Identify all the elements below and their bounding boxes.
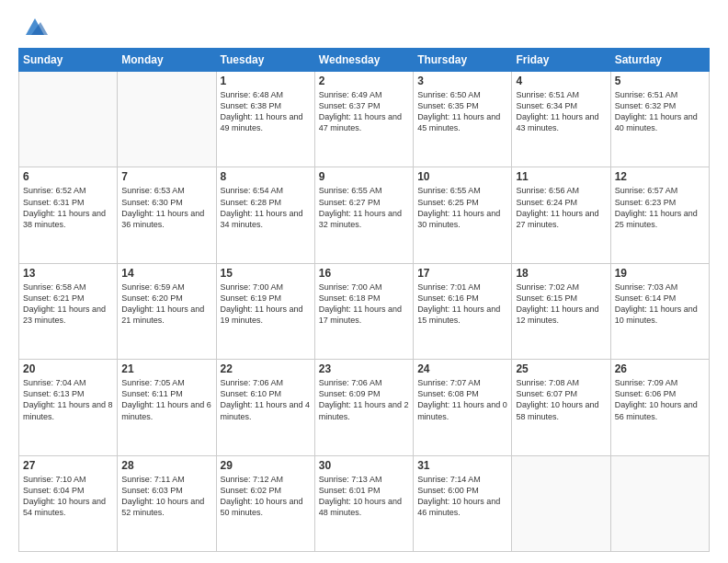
day-cell: 10Sunrise: 6:55 AMSunset: 6:25 PMDayligh… [414, 167, 512, 263]
day-number: 13 [23, 267, 113, 280]
day-cell: 25Sunrise: 7:08 AMSunset: 6:07 PMDayligh… [512, 360, 610, 455]
logo [18, 15, 48, 40]
day-number: 19 [615, 267, 705, 280]
cell-info: Sunrise: 7:11 AMSunset: 6:03 PMDaylight:… [121, 474, 211, 519]
day-cell: 15Sunrise: 7:00 AMSunset: 6:19 PMDayligh… [216, 263, 314, 359]
cell-info: Sunrise: 6:53 AMSunset: 6:30 PMDaylight:… [121, 185, 211, 230]
cell-info: Sunrise: 6:50 AMSunset: 6:35 PMDaylight:… [417, 89, 507, 134]
day-number: 9 [319, 170, 409, 183]
day-number: 27 [23, 459, 113, 472]
day-number: 1 [221, 75, 311, 87]
day-cell [19, 72, 118, 167]
day-cell: 5Sunrise: 6:51 AMSunset: 6:32 PMDaylight… [610, 72, 709, 167]
page: SundayMondayTuesdayWednesdayThursdayFrid… [0, 0, 728, 563]
day-cell: 27Sunrise: 7:10 AMSunset: 6:04 PMDayligh… [19, 455, 118, 551]
day-cell: 9Sunrise: 6:55 AMSunset: 6:27 PMDaylight… [314, 167, 413, 263]
cell-info: Sunrise: 7:09 AMSunset: 6:06 PMDaylight:… [615, 377, 705, 422]
cell-info: Sunrise: 7:10 AMSunset: 6:04 PMDaylight:… [23, 474, 113, 519]
header-row: SundayMondayTuesdayWednesdayThursdayFrid… [19, 49, 710, 72]
day-cell: 1Sunrise: 6:48 AMSunset: 6:38 PMDaylight… [216, 72, 314, 167]
cell-info: Sunrise: 7:14 AMSunset: 6:00 PMDaylight:… [417, 474, 507, 519]
day-number: 29 [221, 459, 311, 472]
day-cell: 7Sunrise: 6:53 AMSunset: 6:30 PMDaylight… [118, 167, 216, 263]
header-cell: Thursday [414, 49, 512, 72]
day-number: 22 [221, 362, 311, 375]
cell-info: Sunrise: 7:03 AMSunset: 6:14 PMDaylight:… [615, 282, 705, 327]
day-number: 10 [417, 170, 507, 183]
cell-info: Sunrise: 6:51 AMSunset: 6:34 PMDaylight:… [516, 89, 606, 134]
day-number: 7 [121, 170, 211, 183]
day-number: 28 [121, 459, 211, 472]
day-number: 18 [516, 267, 606, 280]
day-number: 16 [319, 267, 409, 280]
day-number: 26 [615, 362, 705, 375]
cell-info: Sunrise: 6:49 AMSunset: 6:37 PMDaylight:… [319, 89, 409, 134]
cell-info: Sunrise: 7:07 AMSunset: 6:08 PMDaylight:… [417, 377, 507, 422]
cell-info: Sunrise: 7:00 AMSunset: 6:19 PMDaylight:… [221, 282, 311, 327]
day-cell: 28Sunrise: 7:11 AMSunset: 6:03 PMDayligh… [118, 455, 216, 551]
cell-info: Sunrise: 6:58 AMSunset: 6:21 PMDaylight:… [23, 282, 113, 327]
week-row: 6Sunrise: 6:52 AMSunset: 6:31 PMDaylight… [19, 167, 710, 263]
day-number: 17 [417, 267, 507, 280]
day-cell: 4Sunrise: 6:51 AMSunset: 6:34 PMDaylight… [512, 72, 610, 167]
day-number: 6 [23, 170, 113, 183]
day-cell [512, 455, 610, 551]
day-number: 8 [221, 170, 311, 183]
cell-info: Sunrise: 6:54 AMSunset: 6:28 PMDaylight:… [221, 185, 311, 230]
cell-info: Sunrise: 7:05 AMSunset: 6:11 PMDaylight:… [121, 377, 211, 422]
day-cell: 14Sunrise: 6:59 AMSunset: 6:20 PMDayligh… [118, 263, 216, 359]
day-cell: 18Sunrise: 7:02 AMSunset: 6:15 PMDayligh… [512, 263, 610, 359]
cell-info: Sunrise: 7:13 AMSunset: 6:01 PMDaylight:… [319, 474, 409, 519]
day-cell: 12Sunrise: 6:57 AMSunset: 6:23 PMDayligh… [610, 167, 709, 263]
day-cell: 13Sunrise: 6:58 AMSunset: 6:21 PMDayligh… [19, 263, 118, 359]
cell-info: Sunrise: 6:55 AMSunset: 6:25 PMDaylight:… [417, 185, 507, 230]
day-cell: 20Sunrise: 7:04 AMSunset: 6:13 PMDayligh… [19, 360, 118, 455]
day-number: 14 [121, 267, 211, 280]
day-number: 24 [417, 362, 507, 375]
day-number: 30 [319, 459, 409, 472]
day-cell [610, 455, 709, 551]
header-cell: Wednesday [314, 49, 413, 72]
cell-info: Sunrise: 6:59 AMSunset: 6:20 PMDaylight:… [121, 282, 211, 327]
day-cell: 30Sunrise: 7:13 AMSunset: 6:01 PMDayligh… [314, 455, 413, 551]
day-cell: 23Sunrise: 7:06 AMSunset: 6:09 PMDayligh… [314, 360, 413, 455]
day-cell: 26Sunrise: 7:09 AMSunset: 6:06 PMDayligh… [610, 360, 709, 455]
header-cell: Saturday [610, 49, 709, 72]
header-cell: Friday [512, 49, 610, 72]
cell-info: Sunrise: 7:06 AMSunset: 6:09 PMDaylight:… [319, 377, 409, 422]
day-cell: 31Sunrise: 7:14 AMSunset: 6:00 PMDayligh… [414, 455, 512, 551]
day-cell: 22Sunrise: 7:06 AMSunset: 6:10 PMDayligh… [216, 360, 314, 455]
cell-info: Sunrise: 6:51 AMSunset: 6:32 PMDaylight:… [615, 89, 705, 134]
cell-info: Sunrise: 7:12 AMSunset: 6:02 PMDaylight:… [221, 474, 311, 519]
day-number: 5 [615, 75, 705, 87]
cell-info: Sunrise: 7:08 AMSunset: 6:07 PMDaylight:… [516, 377, 606, 422]
cell-info: Sunrise: 7:06 AMSunset: 6:10 PMDaylight:… [221, 377, 311, 422]
day-cell: 3Sunrise: 6:50 AMSunset: 6:35 PMDaylight… [414, 72, 512, 167]
week-row: 27Sunrise: 7:10 AMSunset: 6:04 PMDayligh… [19, 455, 710, 551]
cell-info: Sunrise: 6:55 AMSunset: 6:27 PMDaylight:… [319, 185, 409, 230]
day-number: 20 [23, 362, 113, 375]
day-cell: 24Sunrise: 7:07 AMSunset: 6:08 PMDayligh… [414, 360, 512, 455]
day-number: 4 [516, 75, 606, 87]
day-number: 11 [516, 170, 606, 183]
cell-info: Sunrise: 6:52 AMSunset: 6:31 PMDaylight:… [23, 185, 113, 230]
day-cell: 19Sunrise: 7:03 AMSunset: 6:14 PMDayligh… [610, 263, 709, 359]
week-row: 1Sunrise: 6:48 AMSunset: 6:38 PMDaylight… [19, 72, 710, 167]
day-cell: 8Sunrise: 6:54 AMSunset: 6:28 PMDaylight… [216, 167, 314, 263]
day-number: 15 [221, 267, 311, 280]
day-cell: 16Sunrise: 7:00 AMSunset: 6:18 PMDayligh… [314, 263, 413, 359]
day-number: 25 [516, 362, 606, 375]
cell-info: Sunrise: 7:00 AMSunset: 6:18 PMDaylight:… [319, 282, 409, 327]
day-cell: 21Sunrise: 7:05 AMSunset: 6:11 PMDayligh… [118, 360, 216, 455]
header-cell: Monday [118, 49, 216, 72]
cell-info: Sunrise: 6:57 AMSunset: 6:23 PMDaylight:… [615, 185, 705, 230]
week-row: 20Sunrise: 7:04 AMSunset: 6:13 PMDayligh… [19, 360, 710, 455]
day-cell: 29Sunrise: 7:12 AMSunset: 6:02 PMDayligh… [216, 455, 314, 551]
day-cell: 11Sunrise: 6:56 AMSunset: 6:24 PMDayligh… [512, 167, 610, 263]
cell-info: Sunrise: 6:56 AMSunset: 6:24 PMDaylight:… [516, 185, 606, 230]
day-cell: 6Sunrise: 6:52 AMSunset: 6:31 PMDaylight… [19, 167, 118, 263]
header [18, 15, 710, 40]
day-number: 12 [615, 170, 705, 183]
day-cell: 17Sunrise: 7:01 AMSunset: 6:16 PMDayligh… [414, 263, 512, 359]
day-number: 3 [417, 75, 507, 87]
